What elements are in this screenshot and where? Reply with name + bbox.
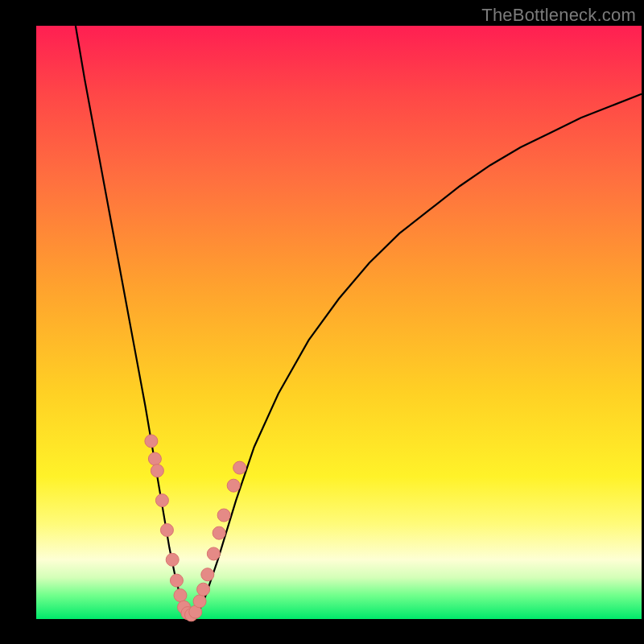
highlighted-point (207, 547, 220, 560)
plot-area (36, 26, 642, 619)
highlighted-point (197, 583, 210, 596)
highlighted-point (170, 574, 183, 587)
curve-layer (36, 26, 642, 619)
highlighted-point (174, 589, 187, 602)
highlighted-point (201, 568, 214, 581)
highlighted-point (145, 435, 158, 448)
highlighted-point (148, 452, 161, 465)
chart-frame: TheBottleneck.com (0, 0, 644, 644)
highlighted-point (233, 461, 246, 474)
highlighted-point (227, 479, 240, 492)
highlighted-point (217, 509, 230, 522)
highlighted-point (160, 523, 173, 536)
highlighted-point (155, 494, 168, 507)
watermark-text: TheBottleneck.com (481, 5, 636, 26)
highlighted-point (213, 526, 225, 539)
highlighted-point (151, 464, 163, 477)
bottleneck-curve (76, 26, 642, 616)
highlighted-point (166, 553, 179, 566)
highlighted-point (193, 595, 206, 608)
highlighted-points-group (145, 435, 246, 621)
